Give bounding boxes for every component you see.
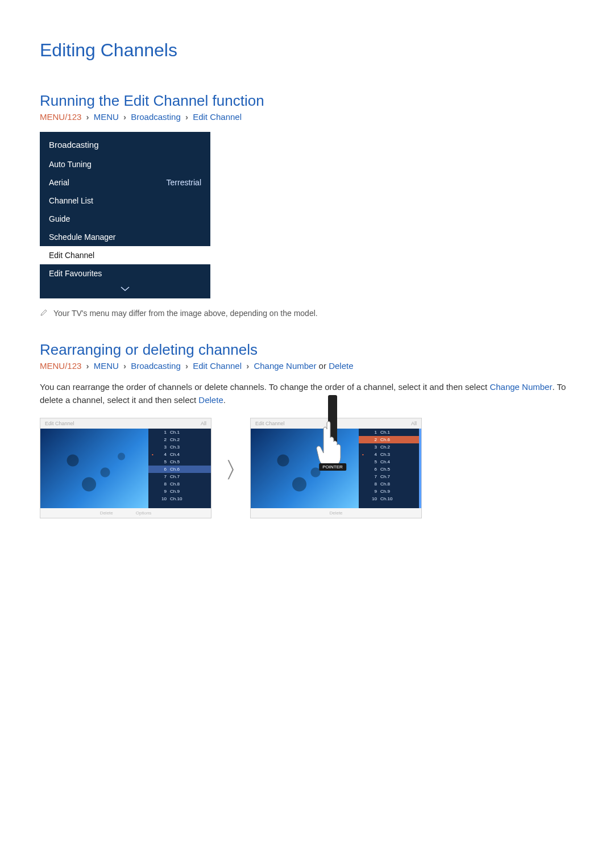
shot-scroll-indicator xyxy=(419,429,421,508)
menu-item-label: Edit Channel xyxy=(49,251,94,260)
chevron-right-icon: › xyxy=(183,361,190,371)
shot-tab: All xyxy=(201,421,206,426)
channel-row: •4Ch.3 xyxy=(359,451,419,458)
bc-change-number: Change Number xyxy=(254,361,316,371)
screenshot-pair: Edit Channel All 1Ch.12Ch.23Ch.3•4Ch.45C… xyxy=(40,418,574,518)
channel-row: 3Ch.2 xyxy=(359,443,419,451)
bc-edit-channel: Edit Channel xyxy=(193,112,242,122)
menu-item-label: Guide xyxy=(49,214,70,223)
bc-menu: MENU xyxy=(94,361,119,371)
bc-start: MENU/123 xyxy=(40,112,81,122)
channel-row: 2Ch.6 xyxy=(359,436,419,443)
channel-row: 10Ch.10 xyxy=(359,495,419,502)
menu-item-label: Schedule Manager xyxy=(49,232,116,242)
shot-preview xyxy=(40,429,148,508)
channel-row: 1Ch.1 xyxy=(359,429,419,436)
menu-item-schedule-manager[interactable]: Schedule Manager xyxy=(40,228,210,246)
bc-or: or xyxy=(319,361,326,371)
section1-breadcrumb: MENU/123 › MENU › Broadcasting › Edit Ch… xyxy=(40,112,574,122)
channel-row: 1Ch.1 xyxy=(148,429,211,436)
shot-bottom-button: Delete xyxy=(329,510,342,516)
channel-row: •4Ch.4 xyxy=(148,451,211,458)
channel-row: 5Ch.5 xyxy=(148,458,211,466)
section1-title: Running the Edit Channel function xyxy=(40,92,574,110)
shot-bottom-bar: DeleteOptions xyxy=(40,508,211,518)
menu-item-aerial[interactable]: AerialTerrestrial xyxy=(40,173,210,192)
bc-menu: MENU xyxy=(94,112,119,122)
bc-start: MENU/123 xyxy=(40,361,81,371)
body-post: . xyxy=(223,395,226,405)
page-title: Editing Channels xyxy=(40,40,574,61)
menu-item-edit-favourites[interactable]: Edit Favourites xyxy=(40,264,210,283)
chevron-right-icon: › xyxy=(121,361,128,371)
channel-row: 9Ch.9 xyxy=(148,488,211,495)
bc-broadcasting: Broadcasting xyxy=(131,112,181,122)
chevron-right-icon: 〉 xyxy=(227,456,234,480)
bc-delete: Delete xyxy=(329,361,353,371)
section2-title: Rearranging or deleting channels xyxy=(40,341,574,359)
shot-title: Edit Channel xyxy=(45,421,74,426)
body-pre: You can rearrange the order of channels … xyxy=(40,382,489,392)
menu-item-label: Channel List xyxy=(49,196,93,205)
screenshot-before: Edit Channel All 1Ch.12Ch.23Ch.3•4Ch.45C… xyxy=(40,418,211,518)
section2-body: You can rearrange the order of channels … xyxy=(40,381,574,406)
menu-item-auto-tuning[interactable]: Auto Tuning xyxy=(40,155,210,173)
shot-channel-list: 1Ch.12Ch.63Ch.2•4Ch.35Ch.46Ch.57Ch.78Ch.… xyxy=(359,429,419,508)
section2-breadcrumb: MENU/123 › MENU › Broadcasting › Edit Ch… xyxy=(40,361,574,371)
channel-row: 10Ch.10 xyxy=(148,495,211,502)
channel-row: 7Ch.7 xyxy=(148,473,211,480)
channel-row: 8Ch.8 xyxy=(148,480,211,488)
shot-bottom-button: Options xyxy=(136,510,152,516)
channel-row: 6Ch.6 xyxy=(148,466,211,473)
shot-title: Edit Channel xyxy=(255,421,285,426)
shot-channel-list: 1Ch.12Ch.23Ch.3•4Ch.45Ch.56Ch.67Ch.78Ch.… xyxy=(148,429,211,508)
channel-row: 8Ch.8 xyxy=(359,480,419,488)
term-change-number: Change Number xyxy=(489,382,552,392)
shot-tab: All xyxy=(411,421,417,426)
channel-row: 2Ch.2 xyxy=(148,436,211,443)
note-text: Your TV's menu may differ from the image… xyxy=(53,309,318,318)
broadcasting-menu: Broadcasting Auto TuningAerialTerrestria… xyxy=(40,132,210,298)
menu-item-value: Terrestrial xyxy=(167,178,201,187)
pencil-icon xyxy=(40,309,48,318)
menu-scroll-down[interactable] xyxy=(40,283,210,298)
menu-item-label: Aerial xyxy=(49,178,69,187)
bc-broadcasting: Broadcasting xyxy=(131,361,181,371)
note: Your TV's menu may differ from the image… xyxy=(40,309,574,318)
menu-item-label: Edit Favourites xyxy=(49,269,102,278)
chevron-right-icon: › xyxy=(183,112,190,122)
screenshot-after-wrap: Edit Channel All 1Ch.12Ch.63Ch.2•4Ch.35C… xyxy=(250,418,421,518)
menu-header: Broadcasting xyxy=(40,132,210,155)
chevron-right-icon: › xyxy=(84,112,92,122)
chevron-right-icon: › xyxy=(244,361,251,371)
channel-row: 7Ch.7 xyxy=(359,473,419,480)
chevron-right-icon: › xyxy=(84,361,92,371)
bc-edit-channel: Edit Channel xyxy=(193,361,242,371)
remote-illustration: POINTER xyxy=(316,395,350,452)
channel-row: 3Ch.3 xyxy=(148,443,211,451)
chevron-down-icon xyxy=(120,285,130,292)
channel-row: 5Ch.4 xyxy=(359,458,419,466)
menu-item-label: Auto Tuning xyxy=(49,160,92,169)
menu-item-guide[interactable]: Guide xyxy=(40,210,210,228)
shot-bottom-button: Delete xyxy=(100,510,113,516)
menu-item-channel-list[interactable]: Channel List xyxy=(40,192,210,210)
term-delete: Delete xyxy=(198,395,223,405)
chevron-right-icon: › xyxy=(121,112,128,122)
channel-row: 6Ch.5 xyxy=(359,466,419,473)
shot-bottom-bar: Delete xyxy=(251,508,421,518)
menu-item-edit-channel[interactable]: Edit Channel xyxy=(40,246,210,264)
channel-row: 9Ch.9 xyxy=(359,488,419,495)
remote-button-label: POINTER xyxy=(319,463,346,471)
